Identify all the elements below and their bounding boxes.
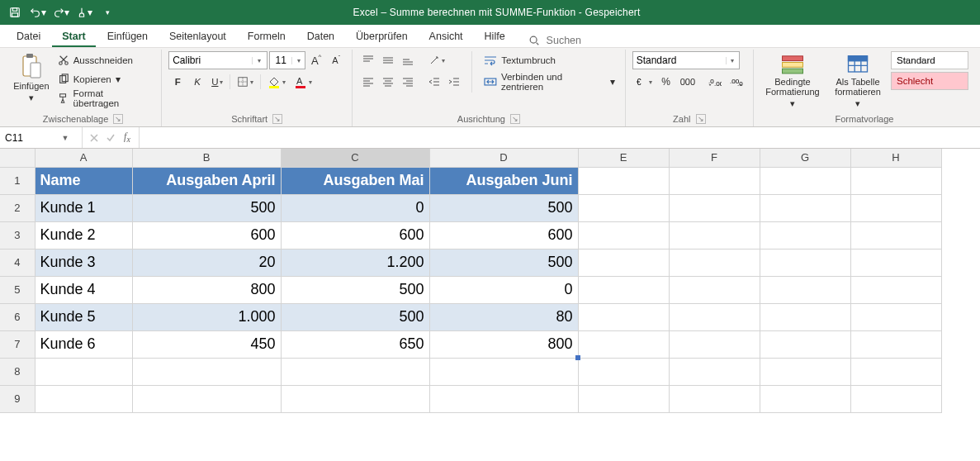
tab-ansicht[interactable]: Ansicht [419,26,473,47]
cell-style-schlecht[interactable]: Schlecht [891,72,968,90]
cell-E3[interactable] [578,221,669,249]
cell-G6[interactable] [760,303,850,330]
tab-daten[interactable]: Daten [297,26,344,47]
conditional-formatting-button[interactable]: Bedingte Formatierung▾ [760,51,825,111]
cell-C9[interactable] [281,385,429,412]
tab-datei[interactable]: Datei [7,26,50,47]
column-header-H[interactable]: H [850,149,941,167]
cell-D4[interactable]: 500 [429,249,578,276]
cell-A2[interactable]: Kunde 1 [35,194,132,221]
percent-format-button[interactable]: % [657,73,675,91]
alignment-launcher[interactable]: ↘ [510,114,520,124]
row-header-4[interactable]: 4 [0,249,35,276]
cell-B5[interactable]: 800 [132,276,281,303]
cell-D7[interactable]: 800 [429,330,578,358]
tell-me-input[interactable] [545,34,660,47]
column-header-B[interactable]: B [132,149,281,167]
orientation-button[interactable]: ▾ [425,51,448,69]
cell-E9[interactable] [578,385,669,412]
touch-mode-button[interactable]: ▾ [74,2,94,22]
cell-G2[interactable] [760,194,850,221]
row-header-1[interactable]: 1 [0,167,35,194]
column-header-G[interactable]: G [760,149,850,167]
cell-D8[interactable] [429,358,578,385]
cell-B1[interactable]: Ausgaben April [132,167,281,194]
increase-indent-button[interactable] [445,73,463,91]
qat-customize-button[interactable]: ▾ [97,2,117,22]
cell-G5[interactable] [760,276,850,303]
cancel-formula-button[interactable] [86,130,102,146]
align-top-button[interactable] [359,51,377,69]
cell-C2[interactable]: 0 [281,194,429,221]
select-all-corner[interactable] [0,149,35,167]
tab-formeln[interactable]: Formeln [238,26,296,47]
cell-C7[interactable]: 650 [281,330,429,358]
cell-H1[interactable] [850,167,941,194]
cell-B2[interactable]: 500 [132,194,281,221]
align-right-button[interactable] [399,73,417,91]
cell-D1[interactable]: Ausgaben Juni [429,167,578,194]
italic-button[interactable]: K [188,73,206,91]
clipboard-launcher[interactable]: ↘ [113,114,123,124]
cell-F2[interactable] [669,194,760,221]
name-box-dropdown[interactable]: ▼ [58,134,73,142]
cell-E8[interactable] [578,358,669,385]
cell-C8[interactable] [281,358,429,385]
align-middle-button[interactable] [379,51,397,69]
borders-button[interactable]: ▾ [234,73,257,91]
cell-H6[interactable] [850,303,941,330]
cell-style-standard[interactable]: Standard [891,51,968,69]
align-center-button[interactable] [379,73,397,91]
cell-F3[interactable] [669,221,760,249]
font-size-combo[interactable]: ▾ [269,51,305,69]
row-header-9[interactable]: 9 [0,385,35,412]
cell-A6[interactable]: Kunde 5 [35,303,132,330]
accounting-format-button[interactable]: €▾ [632,73,656,91]
cell-G4[interactable] [760,249,850,276]
underline-button[interactable]: U▾ [208,73,226,91]
cell-A9[interactable] [35,385,132,412]
copy-button[interactable]: Kopieren ▾ [54,70,154,88]
fill-color-button[interactable]: ▾ [264,73,289,91]
cell-H8[interactable] [850,358,941,385]
insert-function-button[interactable]: fx [119,130,135,146]
row-header-6[interactable]: 6 [0,303,35,330]
font-launcher[interactable]: ↘ [272,114,282,124]
cell-E2[interactable] [578,194,669,221]
cell-E4[interactable] [578,249,669,276]
cell-A8[interactable] [35,358,132,385]
font-color-button[interactable]: A▾ [291,73,315,91]
cell-A3[interactable]: Kunde 2 [35,221,132,249]
name-box[interactable]: ▼ [0,127,83,148]
merge-center-button[interactable]: Verbinden und zentrieren ▾ [481,73,618,91]
cell-H4[interactable] [850,249,941,276]
cell-B9[interactable] [132,385,281,412]
paste-button[interactable]: Einfügen ▾ [12,51,51,111]
cell-E7[interactable] [578,330,669,358]
enter-formula-button[interactable] [102,130,119,146]
cell-F8[interactable] [669,358,760,385]
row-header-7[interactable]: 7 [0,330,35,358]
tab-start[interactable]: Start [52,26,95,47]
decrease-decimal-button[interactable]: .00.0 [727,73,746,91]
font-name-input[interactable] [169,52,252,69]
number-format-input[interactable] [633,52,726,69]
cell-A7[interactable]: Kunde 6 [35,330,132,358]
decrease-indent-button[interactable] [425,73,443,91]
cell-D2[interactable]: 500 [429,194,578,221]
decrease-font-button[interactable]: Aˇ [327,51,345,69]
column-header-E[interactable]: E [578,149,669,167]
cell-G3[interactable] [760,221,850,249]
number-launcher[interactable]: ↘ [696,114,706,124]
cell-B3[interactable]: 600 [132,221,281,249]
cell-F9[interactable] [669,385,760,412]
cell-H9[interactable] [850,385,941,412]
formula-input[interactable] [140,127,980,148]
cell-A5[interactable]: Kunde 4 [35,276,132,303]
cell-B4[interactable]: 20 [132,249,281,276]
cell-E5[interactable] [578,276,669,303]
cut-button[interactable]: Ausschneiden [54,51,154,69]
tell-me[interactable] [528,34,660,47]
column-header-C[interactable]: C [281,149,429,167]
cell-styles-gallery[interactable]: Standard Schlecht [891,51,968,90]
